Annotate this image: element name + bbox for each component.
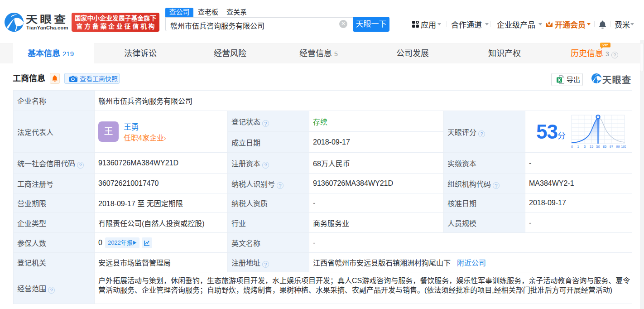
svg-text:50: 50: [596, 145, 600, 149]
svg-text:VIP: VIP: [602, 43, 608, 47]
svg-text:97: 97: [610, 145, 613, 149]
svg-text:99: 99: [616, 145, 620, 149]
svg-text:85: 85: [603, 145, 606, 149]
svg-text:100: 100: [621, 145, 626, 149]
svg-text:0: 0: [571, 145, 573, 149]
svg-text:15: 15: [590, 145, 593, 149]
svg-text:1: 1: [577, 145, 579, 149]
svg-text:3: 3: [584, 145, 586, 149]
